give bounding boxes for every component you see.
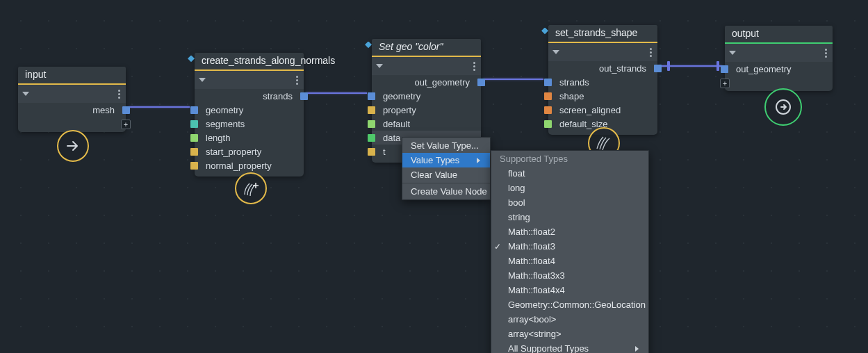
port-label: out_geometry bbox=[736, 64, 792, 74]
port-icon[interactable] bbox=[654, 65, 662, 72]
port-in-start-property[interactable]: start_property bbox=[195, 145, 304, 158]
node-input-head[interactable] bbox=[18, 85, 126, 103]
wire-bar-shape bbox=[667, 61, 670, 71]
port-label: screen_aligned bbox=[559, 105, 621, 115]
compound-icon bbox=[365, 42, 370, 47]
port-in-length[interactable]: length bbox=[195, 131, 304, 145]
port-in-property[interactable]: property bbox=[372, 103, 481, 117]
port-icon[interactable] bbox=[544, 120, 552, 128]
wire-input-to-strands bbox=[129, 106, 190, 108]
ctx-item-label: Geometry::Common::GeoLocation bbox=[508, 299, 646, 310]
node-menu-icon[interactable] bbox=[650, 48, 653, 57]
port-in-segments[interactable]: segments bbox=[195, 117, 304, 131]
node-output[interactable]: output out_geometry + bbox=[725, 26, 833, 91]
port-label: normal_property bbox=[206, 161, 272, 171]
badge-create-strands bbox=[235, 172, 267, 204]
port-label: geometry bbox=[206, 105, 243, 115]
port-icon[interactable] bbox=[544, 92, 552, 100]
port-label: strands bbox=[263, 91, 293, 101]
submenu-array-bool[interactable]: array<bool> bbox=[491, 312, 648, 327]
port-icon[interactable] bbox=[368, 120, 375, 128]
ctx-item-label: Math::float3x3 bbox=[508, 270, 565, 281]
submenu-float4[interactable]: Math::float4 bbox=[491, 254, 648, 268]
ctx-item-label: array<string> bbox=[508, 329, 562, 339]
port-in-normal-property[interactable]: normal_property bbox=[195, 158, 304, 172]
port-out-strands[interactable]: strands bbox=[195, 89, 304, 103]
submenu-header: Supported Types bbox=[491, 151, 648, 166]
node-output-head[interactable] bbox=[725, 44, 833, 62]
port-icon[interactable] bbox=[368, 148, 375, 156]
port-icon[interactable] bbox=[190, 162, 198, 170]
submenu-float[interactable]: float bbox=[491, 166, 648, 181]
submenu-float3x3[interactable]: Math::float3x3 bbox=[491, 268, 648, 283]
add-port-icon[interactable]: + bbox=[720, 79, 730, 88]
wire-setgeo-to-shape bbox=[483, 79, 543, 80]
node-set-strands-shape[interactable]: set_strands_shape out_strands strands sh… bbox=[548, 25, 657, 135]
port-icon[interactable] bbox=[190, 106, 198, 114]
node-menu-icon[interactable] bbox=[118, 90, 122, 99]
submenu-bool[interactable]: bool bbox=[491, 195, 648, 210]
submenu-float4x4[interactable]: Math::float4x4 bbox=[491, 283, 648, 297]
svg-rect-0 bbox=[188, 56, 195, 62]
submenu-array-string[interactable]: array<string> bbox=[491, 327, 648, 341]
node-menu-icon[interactable] bbox=[473, 62, 477, 71]
port-icon[interactable] bbox=[544, 106, 552, 114]
port-icon[interactable] bbox=[368, 106, 375, 114]
port-icon[interactable] bbox=[300, 92, 308, 100]
port-in-screen-aligned[interactable]: screen_aligned bbox=[548, 103, 657, 117]
port-out-out-geometry[interactable]: out_geometry bbox=[372, 75, 481, 89]
node-input[interactable]: input mesh + bbox=[18, 67, 126, 132]
ctx-item-label: Math::float4x4 bbox=[508, 285, 565, 295]
node-menu-icon[interactable] bbox=[825, 49, 828, 58]
ctx-item-label: float bbox=[508, 168, 525, 179]
port-in-geometry[interactable]: geometry bbox=[372, 89, 481, 103]
collapse-icon[interactable] bbox=[199, 78, 206, 82]
collapse-icon[interactable] bbox=[22, 92, 29, 96]
submenu-float2[interactable]: Math::float2 bbox=[491, 224, 648, 239]
ctx-clear-value[interactable]: Clear Value bbox=[402, 167, 490, 182]
port-in-strands[interactable]: strands bbox=[548, 75, 657, 89]
ctx-create-value-node[interactable]: Create Value Node bbox=[402, 184, 490, 199]
submenu-all-supported[interactable]: All Supported Types bbox=[491, 341, 648, 353]
collapse-icon[interactable] bbox=[729, 51, 736, 55]
port-in-shape[interactable]: shape bbox=[548, 89, 657, 103]
submenu-long[interactable]: long bbox=[491, 181, 648, 195]
collapse-icon[interactable] bbox=[376, 64, 383, 68]
collapse-icon[interactable] bbox=[552, 50, 559, 54]
port-icon[interactable] bbox=[190, 134, 198, 142]
node-menu-icon[interactable] bbox=[296, 76, 300, 85]
ctx-separator bbox=[402, 183, 490, 183]
node-set-strands-shape-head[interactable] bbox=[548, 43, 657, 61]
port-icon[interactable] bbox=[368, 134, 375, 142]
node-set-geo-head[interactable] bbox=[372, 57, 481, 75]
ctx-set-value-type[interactable]: Set Value Type... bbox=[402, 138, 490, 153]
context-submenu[interactable]: Supported Types float long bool string M… bbox=[491, 150, 649, 353]
port-icon[interactable] bbox=[190, 148, 198, 156]
port-label: out_strands bbox=[599, 63, 646, 74]
port-out-mesh[interactable]: mesh bbox=[18, 103, 126, 117]
port-label: data bbox=[383, 133, 400, 143]
context-menu[interactable]: Set Value Type... Value Types Clear Valu… bbox=[402, 137, 491, 200]
port-icon[interactable] bbox=[721, 65, 728, 73]
submenu-float3[interactable]: ✓Math::float3 bbox=[491, 239, 648, 254]
ctx-item-label: All Supported Types bbox=[508, 343, 589, 353]
port-icon[interactable] bbox=[368, 92, 375, 100]
submenu-string[interactable]: string bbox=[491, 210, 648, 224]
node-create-strands[interactable]: create_strands_along_normals strands geo… bbox=[195, 53, 304, 176]
compound-icon bbox=[541, 28, 547, 33]
submenu-geolocation[interactable]: Geometry::Common::GeoLocation bbox=[491, 297, 648, 312]
check-icon: ✓ bbox=[494, 242, 501, 252]
node-create-strands-head[interactable] bbox=[195, 71, 304, 89]
port-in-default[interactable]: default bbox=[372, 117, 481, 131]
port-in-geometry[interactable]: geometry bbox=[195, 103, 304, 117]
port-label: property bbox=[383, 105, 416, 115]
add-port-icon[interactable]: + bbox=[121, 120, 131, 129]
port-icon[interactable] bbox=[122, 106, 130, 114]
port-icon[interactable] bbox=[190, 120, 198, 128]
port-in-out-geometry[interactable]: out_geometry bbox=[725, 62, 833, 76]
ctx-value-types[interactable]: Value Types bbox=[402, 153, 490, 167]
node-set-geo-title: Set geo "color" bbox=[372, 39, 481, 57]
port-icon[interactable] bbox=[544, 79, 552, 86]
port-icon[interactable] bbox=[477, 79, 485, 86]
port-out-out-strands[interactable]: out_strands bbox=[548, 61, 657, 75]
